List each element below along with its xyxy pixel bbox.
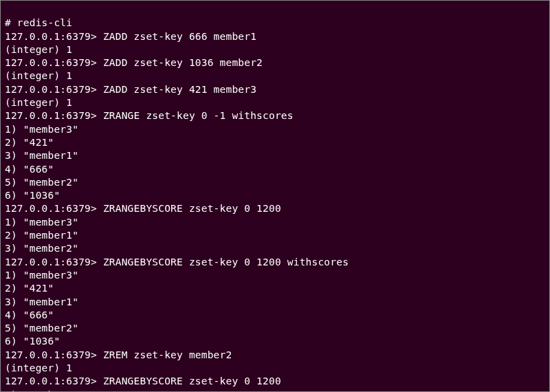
terminal-line: 2) "421" — [5, 137, 54, 148]
terminal-line: 127.0.0.1:6379> ZADD zset-key 666 member… — [5, 31, 256, 42]
terminal-line: 6) "1036" — [5, 336, 60, 347]
terminal-line: 6) "1036" — [5, 190, 60, 201]
terminal-line: 4) "666" — [5, 309, 54, 320]
terminal-line: (integer) 1 — [5, 362, 72, 373]
terminal-line: 1) "member3" — [5, 270, 78, 281]
terminal-line: 127.0.0.1:6379> ZRANGE zset-key 0 -1 wit… — [5, 110, 294, 121]
terminal-line: 1) "member3" — [5, 124, 78, 135]
terminal-line: 3) "member1" — [5, 296, 78, 307]
terminal-line: 3) "member2" — [5, 243, 78, 254]
terminal-line: 1) "member3" — [5, 389, 78, 392]
terminal-line: 127.0.0.1:6379> ZRANGEBYSCORE zset-key 0… — [5, 203, 281, 214]
terminal-line: (integer) 1 — [5, 44, 72, 55]
terminal-line: 127.0.0.1:6379> ZADD zset-key 1036 membe… — [5, 57, 263, 68]
terminal-line: 127.0.0.1:6379> ZADD zset-key 421 member… — [5, 84, 256, 95]
terminal-line: 127.0.0.1:6379> ZRANGEBYSCORE zset-key 0… — [5, 257, 349, 268]
terminal-line: 1) "member3" — [5, 217, 78, 228]
terminal-line: (integer) 1 — [5, 97, 72, 108]
terminal-line: 2) "421" — [5, 283, 54, 294]
terminal-line: 2) "member1" — [5, 230, 78, 241]
terminal-line: 127.0.0.1:6379> ZRANGEBYSCORE zset-key 0… — [5, 375, 281, 386]
terminal-line: 5) "member2" — [5, 323, 78, 334]
terminal-line: (integer) 1 — [5, 70, 72, 81]
terminal-line: # redis-cli — [5, 17, 72, 28]
terminal-line: 4) "666" — [5, 164, 54, 175]
terminal[interactable]: # redis-cli 127.0.0.1:6379> ZADD zset-ke… — [1, 1, 549, 392]
terminal-line: 3) "member1" — [5, 150, 78, 161]
terminal-line: 127.0.0.1:6379> ZREM zset-key member2 — [5, 349, 232, 360]
terminal-line: 5) "member2" — [5, 177, 78, 188]
